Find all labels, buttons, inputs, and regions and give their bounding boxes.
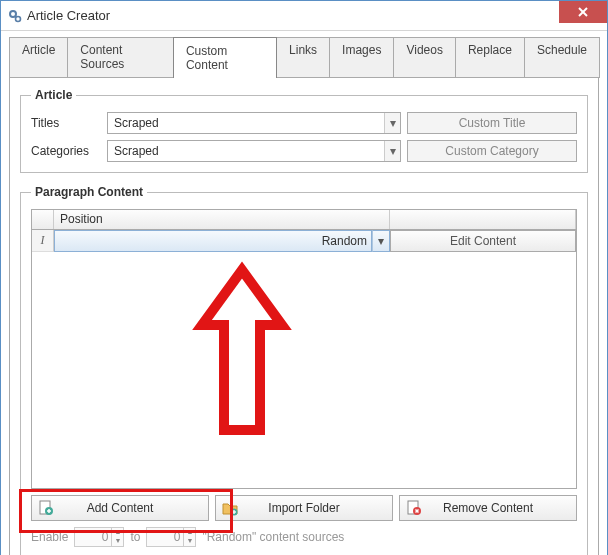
gears-icon bbox=[7, 8, 23, 24]
enable-from-spinner[interactable]: ▲▼ bbox=[74, 527, 124, 547]
chevron-down-icon[interactable]: ▾ bbox=[372, 230, 390, 252]
grid-header-action bbox=[390, 210, 576, 229]
chevron-down-icon[interactable]: ▾ bbox=[384, 113, 400, 133]
categories-combo[interactable]: Scraped ▾ bbox=[107, 140, 401, 162]
remove-file-icon bbox=[406, 500, 422, 516]
enable-hint: "Random" content sources bbox=[202, 530, 344, 544]
position-cell[interactable]: Random bbox=[54, 230, 372, 252]
grid-header-position[interactable]: Position bbox=[54, 210, 390, 229]
paragraph-fieldset: Paragraph Content Position I Random ▾ Ed… bbox=[20, 185, 588, 555]
enable-from-input[interactable] bbox=[75, 530, 111, 544]
tab-schedule[interactable]: Schedule bbox=[524, 37, 600, 78]
tab-strip: Article Content Sources Custom Content L… bbox=[1, 31, 607, 78]
svg-point-0 bbox=[10, 11, 16, 17]
tab-panel-custom-content: Article Titles Scraped ▾ Custom Title Ca… bbox=[9, 77, 599, 555]
tab-content-sources[interactable]: Content Sources bbox=[67, 37, 174, 78]
enable-row: Enable ▲▼ to ▲▼ "Random" content sources bbox=[31, 527, 577, 547]
table-row: I Random ▾ Edit Content bbox=[32, 230, 576, 252]
row-handle-icon[interactable]: I bbox=[32, 230, 54, 252]
tab-links[interactable]: Links bbox=[276, 37, 330, 78]
tab-article[interactable]: Article bbox=[9, 37, 68, 78]
add-file-icon bbox=[38, 500, 54, 516]
chevron-down-icon[interactable]: ▼ bbox=[112, 537, 123, 546]
custom-category-button[interactable]: Custom Category bbox=[407, 140, 577, 162]
to-label: to bbox=[130, 530, 140, 544]
categories-label: Categories bbox=[31, 144, 101, 158]
article-legend: Article bbox=[31, 88, 76, 102]
edit-content-button[interactable]: Edit Content bbox=[390, 230, 576, 252]
tab-replace[interactable]: Replace bbox=[455, 37, 525, 78]
folder-add-icon bbox=[222, 500, 238, 516]
article-fieldset: Article Titles Scraped ▾ Custom Title Ca… bbox=[20, 88, 588, 173]
import-folder-button[interactable]: Import Folder bbox=[215, 495, 393, 521]
bottom-button-bar: Add Content Import Folder bbox=[31, 495, 577, 521]
enable-to-input[interactable] bbox=[147, 530, 183, 544]
tab-custom-content[interactable]: Custom Content bbox=[173, 37, 277, 78]
chevron-up-icon[interactable]: ▲ bbox=[112, 528, 123, 537]
close-button[interactable] bbox=[559, 1, 607, 23]
paragraph-legend: Paragraph Content bbox=[31, 185, 147, 199]
remove-content-button[interactable]: Remove Content bbox=[399, 495, 577, 521]
enable-label: Enable bbox=[31, 530, 68, 544]
custom-title-button[interactable]: Custom Title bbox=[407, 112, 577, 134]
chevron-down-icon[interactable]: ▾ bbox=[384, 141, 400, 161]
up-arrow-annotation bbox=[192, 260, 292, 460]
categories-row: Categories Scraped ▾ Custom Category bbox=[31, 140, 577, 162]
tab-videos[interactable]: Videos bbox=[393, 37, 455, 78]
window-title: Article Creator bbox=[7, 8, 559, 24]
close-icon bbox=[578, 7, 588, 17]
grid-header: Position bbox=[32, 210, 576, 230]
grid-header-handle bbox=[32, 210, 54, 229]
titles-combo[interactable]: Scraped ▾ bbox=[107, 112, 401, 134]
add-content-button[interactable]: Add Content bbox=[31, 495, 209, 521]
chevron-down-icon[interactable]: ▼ bbox=[184, 537, 195, 546]
titles-label: Titles bbox=[31, 116, 101, 130]
titles-row: Titles Scraped ▾ Custom Title bbox=[31, 112, 577, 134]
titlebar: Article Creator bbox=[1, 1, 607, 31]
titles-value: Scraped bbox=[114, 116, 384, 130]
article-creator-window: Article Creator Article Content Sources … bbox=[0, 0, 608, 555]
categories-value: Scraped bbox=[114, 144, 384, 158]
enable-to-spinner[interactable]: ▲▼ bbox=[146, 527, 196, 547]
chevron-up-icon[interactable]: ▲ bbox=[184, 528, 195, 537]
svg-point-1 bbox=[16, 16, 21, 21]
content-grid: Position I Random ▾ Edit Content bbox=[31, 209, 577, 489]
tab-images[interactable]: Images bbox=[329, 37, 394, 78]
